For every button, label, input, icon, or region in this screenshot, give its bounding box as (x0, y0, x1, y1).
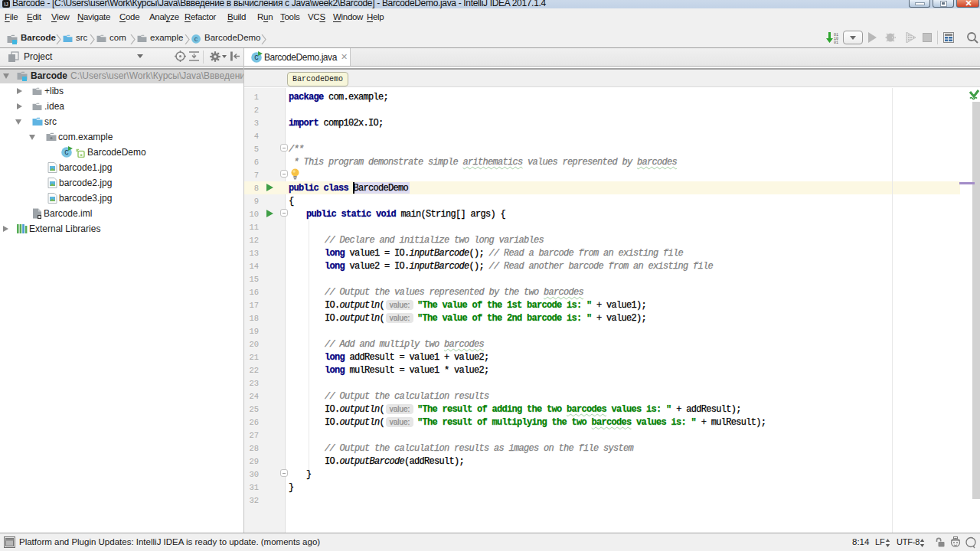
svg-text:01: 01 (834, 41, 838, 45)
svg-text:IJ: IJ (4, 2, 8, 7)
svg-text:C: C (194, 37, 198, 43)
